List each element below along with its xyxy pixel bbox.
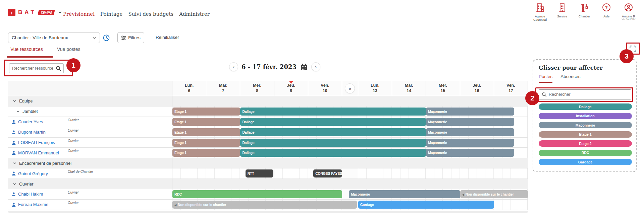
history-clock-icon[interactable] xyxy=(103,34,110,42)
day-column-header[interactable]: Jeu.16 xyxy=(460,81,494,96)
day-cell[interactable] xyxy=(494,179,528,189)
day-cell[interactable] xyxy=(392,168,426,179)
day-cell[interactable] xyxy=(274,96,308,106)
schedule-bar[interactable]: ◀Non disponible sur le chantier xyxy=(172,201,357,209)
quickbar-agence-gouroaud[interactable]: Agence Gouroaud xyxy=(531,3,549,22)
schedule-bar[interactable]: Etage 1 xyxy=(172,108,240,116)
day-cell[interactable] xyxy=(426,96,460,106)
schedule-bar[interactable]: Dallage xyxy=(240,118,426,126)
horizontal-scrollbar[interactable] xyxy=(8,211,528,213)
nav-item-administrer[interactable]: Administrer xyxy=(179,11,210,17)
schedule-bar[interactable]: ◀Non disponible sur le chantier xyxy=(460,190,528,198)
panel-tab-postes[interactable]: Postes xyxy=(539,74,552,83)
next-week-button[interactable]: › xyxy=(311,62,320,71)
day-cell[interactable] xyxy=(206,179,240,189)
schedule-bar[interactable]: Dallage xyxy=(240,108,426,116)
day-cell[interactable] xyxy=(494,200,528,210)
schedule-bar[interactable]: Etage 1 xyxy=(172,118,240,126)
day-cell[interactable] xyxy=(172,158,206,168)
day-cell[interactable] xyxy=(172,96,206,106)
schedule-bar[interactable]: Maçonnerie xyxy=(426,118,514,126)
chevron-down-icon[interactable] xyxy=(13,161,16,165)
day-cell[interactable] xyxy=(392,179,426,189)
tab-vue-ressources[interactable]: Vue ressources xyxy=(10,47,43,52)
person-name-link[interactable]: Couder Yves xyxy=(18,119,43,124)
person-name-link[interactable]: Chabi Hakim xyxy=(18,192,43,197)
day-cell[interactable] xyxy=(274,168,308,179)
day-column-header[interactable]: Mer.15 xyxy=(426,81,460,96)
quickbar-aide[interactable]: ?Aide xyxy=(597,3,616,22)
pill-rdc[interactable]: RDC xyxy=(539,150,632,156)
schedule-bar[interactable]: Dallage xyxy=(240,128,426,136)
date-range-label[interactable]: 6 - 17 févr. 2023 xyxy=(241,63,297,70)
panel-tab-absences[interactable]: Absences xyxy=(560,74,580,83)
quickbar-antoine-r[interactable]: Antoine RVia BAUDRY xyxy=(619,3,638,22)
schedule-bar[interactable]: Maçonnerie xyxy=(349,190,460,198)
pill-installation[interactable]: Installation xyxy=(539,113,632,119)
chevron-down-icon[interactable] xyxy=(13,182,16,186)
quickbar-service[interactable]: Service xyxy=(553,3,572,22)
day-cell[interactable] xyxy=(172,168,206,179)
day-column-header[interactable]: Mar.7 xyxy=(206,81,240,96)
day-cell[interactable] xyxy=(460,96,494,106)
pill-dallage[interactable]: Dallage xyxy=(539,103,632,110)
day-cell[interactable] xyxy=(494,168,528,179)
day-cell[interactable] xyxy=(308,158,342,168)
reset-filters-button[interactable]: Réinitialiser xyxy=(156,35,179,40)
day-cell[interactable] xyxy=(274,158,308,168)
day-cell[interactable] xyxy=(392,96,426,106)
pill-etage-1[interactable]: Etage 1 xyxy=(539,131,632,138)
day-cell[interactable] xyxy=(240,179,274,189)
day-cell[interactable] xyxy=(308,96,342,106)
day-column-header[interactable]: Lun.13 xyxy=(358,81,392,96)
app-logo[interactable]: i BAT TEMPS xyxy=(8,9,62,16)
day-cell[interactable] xyxy=(308,179,342,189)
day-cell[interactable] xyxy=(426,168,460,179)
schedule-bar[interactable]: RDC xyxy=(172,190,342,198)
nav-item-pointage[interactable]: Pointage xyxy=(100,11,122,17)
day-cell[interactable] xyxy=(274,179,308,189)
day-cell[interactable] xyxy=(494,158,528,168)
site-selector[interactable]: Chantier : Ville de Bordeaux xyxy=(8,32,100,43)
schedule-bar[interactable]: Maçonnerie xyxy=(426,108,514,116)
day-cell[interactable] xyxy=(206,96,240,106)
day-cell[interactable] xyxy=(460,179,494,189)
day-cell[interactable] xyxy=(358,168,392,179)
schedule-bar[interactable]: Gardage xyxy=(358,201,494,209)
quickbar-chantier[interactable]: Chantier xyxy=(575,3,594,22)
person-name-link[interactable]: LOISEAU François xyxy=(18,140,55,145)
day-column-header[interactable]: Lun.6 xyxy=(172,81,206,96)
day-cell[interactable] xyxy=(392,158,426,168)
day-cell[interactable] xyxy=(494,96,528,106)
day-cell[interactable] xyxy=(460,158,494,168)
schedule-bar[interactable]: CONGES PAYES xyxy=(313,169,342,178)
schedule-bar[interactable]: Etage 1 xyxy=(172,128,240,136)
schedule-bar[interactable]: Dallage xyxy=(240,139,426,147)
expand-weekend-button[interactable]: » xyxy=(345,83,355,93)
chevron-down-icon[interactable] xyxy=(58,10,62,14)
schedule-bar[interactable]: Maçonnerie xyxy=(426,139,514,147)
day-cell[interactable] xyxy=(172,179,206,189)
resource-search-input[interactable] xyxy=(9,66,56,71)
filters-button[interactable]: Filtres xyxy=(117,32,144,43)
day-cell[interactable] xyxy=(358,96,392,106)
chevron-down-icon[interactable] xyxy=(16,110,20,113)
schedule-bar[interactable]: Maçonnerie xyxy=(426,128,514,136)
pill-gardage[interactable]: Gardage xyxy=(539,159,632,165)
schedule-bar[interactable]: Dallage xyxy=(240,149,426,157)
schedule-bar[interactable]: Maçonnerie xyxy=(426,149,514,157)
day-cell[interactable] xyxy=(240,158,274,168)
schedule-bar[interactable]: RTT xyxy=(246,169,273,178)
day-column-header[interactable]: Jeu.9 xyxy=(274,81,308,96)
person-name-link[interactable]: Foreau Maxime xyxy=(18,202,48,207)
day-cell[interactable] xyxy=(426,158,460,168)
day-column-header[interactable]: Mer.8 xyxy=(240,81,274,96)
day-column-header[interactable]: Mar.14 xyxy=(392,81,426,96)
pill-maçonnerie[interactable]: Maçonnerie xyxy=(539,122,632,128)
person-name-link[interactable]: Dupont Martin xyxy=(18,130,46,135)
day-cell[interactable] xyxy=(206,158,240,168)
day-cell[interactable] xyxy=(358,158,392,168)
nav-item-prévisionnel[interactable]: Prévisionnel xyxy=(63,11,95,17)
schedule-bar[interactable]: Etage 1 xyxy=(172,149,240,157)
pill-etage-2[interactable]: Etage 2 xyxy=(539,140,632,147)
